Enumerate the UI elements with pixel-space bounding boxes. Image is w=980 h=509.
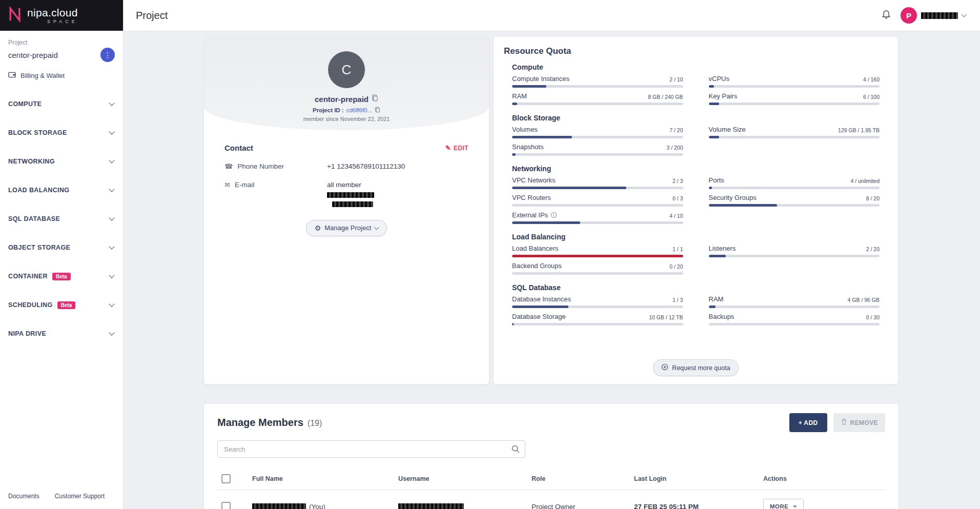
billing-label: Billing & Wallet — [21, 72, 65, 79]
members-title: Manage Members — [217, 417, 303, 429]
add-member-button[interactable]: + ADD — [789, 413, 827, 432]
bell-icon — [881, 9, 891, 22]
main-content: C centor-prepaid Project ID : cd6ff6f0..… — [123, 31, 980, 509]
project-id-label: Project ID : — [313, 107, 344, 113]
more-button[interactable]: MORE — [763, 499, 804, 509]
sidebar-item-scheduling[interactable]: SCHEDULINGBeta — [0, 291, 123, 319]
quota-item: VPC Networks2 / 3 — [512, 174, 683, 191]
quota-item-label: Listeners — [709, 245, 736, 252]
quota-item-label: Ports — [709, 176, 724, 184]
quota-item: Security Groups8 / 20 — [709, 191, 880, 209]
quota-item-value: 1 / 3 — [672, 297, 683, 303]
project-menu-button[interactable]: ⋮ — [100, 48, 115, 62]
vertical-dots-icon: ⋮ — [104, 51, 111, 59]
phone-label: Phone Number — [237, 162, 284, 170]
chevron-down-icon — [962, 12, 967, 17]
sidebar-item-networking[interactable]: NETWORKING — [0, 147, 123, 176]
copy-icon[interactable] — [372, 94, 378, 104]
sidebar-footer: DocumentsCustomer Support — [0, 484, 123, 509]
brand-logo[interactable]: nipa.cloud SPACE — [0, 0, 123, 31]
quota-item: Snapshots3 / 200 — [512, 140, 683, 158]
members-count: (19) — [308, 419, 322, 428]
quota-item-label: Snapshots — [512, 143, 543, 151]
quota-section: ComputeCompute Instances2 / 10vCPUs4 / 1… — [504, 63, 888, 107]
quota-item-value: 8 / 20 — [866, 195, 880, 201]
quota-progress-bar — [512, 272, 683, 275]
search-icon[interactable] — [511, 444, 520, 456]
quota-item-value: 1 / 1 — [672, 246, 683, 252]
brand-name: nipa.cloud — [27, 7, 78, 18]
redacted-email — [332, 201, 373, 207]
sidebar-item-sql-database[interactable]: SQL DATABASE — [0, 205, 123, 233]
sidebar-item-label: COMPUTE — [8, 100, 42, 108]
row-checkbox[interactable] — [221, 502, 231, 509]
project-card-name: centor-prepaid — [315, 95, 369, 104]
project-name: centor-prepaid — [8, 51, 58, 59]
quota-item: Backups0 / 30 — [709, 310, 880, 328]
quota-item-value: 7 / 20 — [669, 127, 683, 133]
beta-badge: Beta — [52, 273, 71, 280]
search-input[interactable] — [217, 440, 525, 458]
quota-item-label: VPC Networks — [512, 176, 556, 184]
user-menu[interactable]: P — [901, 7, 966, 24]
edit-contact-button[interactable]: ✎ EDIT — [445, 144, 468, 152]
project-hero: C centor-prepaid Project ID : cd6ff6f0..… — [204, 37, 489, 130]
sidebar-item-container[interactable]: CONTAINERBeta — [0, 262, 123, 291]
chevron-down-icon — [109, 186, 114, 192]
quota-section-title: Load Balancing — [504, 233, 888, 241]
info-icon[interactable] — [550, 212, 557, 218]
remove-label: REMOVE — [850, 419, 878, 426]
request-quota-icon — [661, 363, 668, 372]
manage-project-button[interactable]: ⚙ Manage Project — [306, 220, 387, 236]
notifications-button[interactable] — [881, 9, 891, 22]
quota-item: Database Storage10 GB / 12 TB — [512, 310, 683, 328]
quota-progress-bar — [512, 221, 683, 224]
select-all-checkbox[interactable] — [221, 474, 231, 483]
quota-item: Volumes7 / 20 — [512, 123, 683, 140]
quota-item-label: VPC Routers — [512, 194, 551, 201]
quota-item-value: 2 / 3 — [672, 178, 683, 184]
copy-icon[interactable] — [375, 107, 380, 114]
sidebar-item-label: OBJECT STORAGE — [8, 244, 70, 251]
sidebar-item-label: NIPA DRIVE — [8, 330, 46, 337]
beta-badge: Beta — [57, 301, 76, 309]
quota-item: RAM4 GB / 96 GB — [709, 293, 880, 310]
resource-quota-card: Resource Quota ComputeCompute Instances2… — [494, 37, 898, 384]
quota-progress-bar — [512, 323, 683, 325]
quota-item-value: 2 / 20 — [866, 246, 880, 252]
quota-item-value: 0 / 30 — [866, 314, 880, 320]
quota-item-value: 6 / 100 — [863, 94, 880, 100]
footer-link-customer-support[interactable]: Customer Support — [55, 493, 105, 500]
column-header-full-name: Full Name — [248, 468, 394, 490]
caret-down-icon — [793, 505, 797, 508]
sidebar-item-load-balancing[interactable]: LOAD BALANCING — [0, 176, 123, 205]
quota-item-value: 4 GB / 96 GB — [848, 297, 880, 303]
quota-item-label: Backups — [709, 313, 734, 320]
phone-value: +1 123456789101112130 — [327, 162, 405, 171]
quota-title: Resource Quota — [504, 46, 888, 56]
sidebar-item-billing-wallet[interactable]: Billing & Wallet — [0, 65, 123, 90]
quota-sections: ComputeCompute Instances2 / 10vCPUs4 / 1… — [504, 56, 888, 328]
quota-progress-bar — [709, 204, 880, 207]
sidebar-item-block-storage[interactable]: BLOCK STORAGE — [0, 118, 123, 147]
quota-progress-bar — [709, 85, 880, 88]
phone-row: ☎ Phone Number +1 123456789101112130 — [224, 162, 468, 171]
quota-item: vCPUs4 / 160 — [709, 72, 880, 90]
email-label: E-mail — [235, 181, 254, 189]
quota-progress-bar — [512, 306, 683, 308]
sidebar-item-compute[interactable]: COMPUTE — [0, 90, 123, 118]
footer-link-documents[interactable]: Documents — [8, 493, 39, 500]
quota-section-title: Networking — [504, 165, 888, 173]
quota-item-value: 0 / 20 — [669, 263, 683, 270]
remove-member-button: REMOVE — [833, 413, 885, 432]
request-more-quota-button[interactable]: Request more quota — [653, 359, 738, 376]
quota-progress-bar — [709, 136, 880, 138]
top-header: Project P — [123, 0, 980, 31]
quota-progress-bar — [709, 306, 880, 308]
chevron-down-icon — [109, 330, 114, 335]
chevron-down-icon — [109, 157, 114, 163]
sidebar-item-nipa-drive[interactable]: NIPA DRIVE — [0, 319, 123, 348]
quota-item: Ports4 / unlimited — [709, 174, 880, 191]
quota-item-label: RAM — [512, 92, 527, 100]
sidebar-item-object-storage[interactable]: OBJECT STORAGE — [0, 233, 123, 262]
